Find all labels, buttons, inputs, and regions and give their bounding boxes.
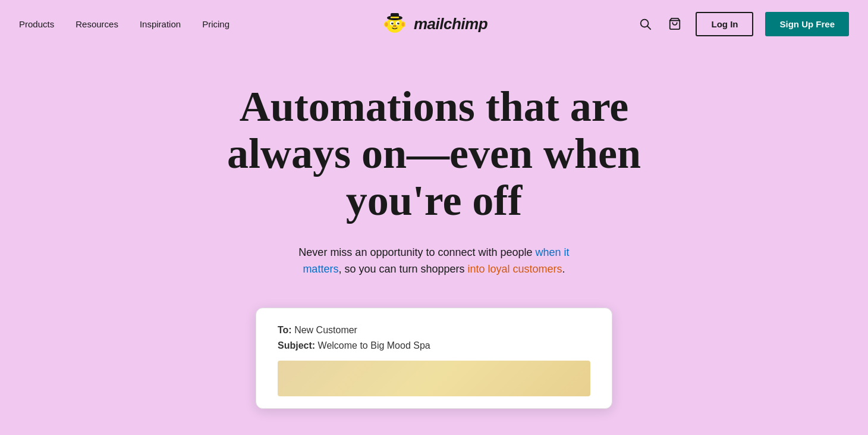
hero-subtitle: Never miss an opportunity to connect wit… (279, 244, 589, 278)
svg-point-12 (394, 26, 394, 26)
hero-subtitle-highlight-orange: into loyal customers (468, 263, 562, 275)
nav-left: Products Resources Inspiration Pricing (19, 19, 229, 29)
nav-right: Log In Sign Up Free (636, 12, 849, 36)
svg-point-13 (395, 26, 395, 26)
search-icon (639, 17, 652, 30)
navbar: Products Resources Inspiration Pricing (0, 0, 868, 48)
email-subject-label: Subject: (278, 340, 315, 350)
mailchimp-logo-icon (380, 10, 409, 38)
svg-point-7 (391, 23, 394, 25)
email-preview-card: To: New Customer Subject: Welcome to Big… (256, 308, 612, 409)
svg-point-9 (392, 23, 393, 23)
cart-icon (668, 17, 681, 30)
cart-button[interactable] (666, 15, 684, 33)
email-body-preview (278, 361, 590, 396)
svg-rect-16 (391, 17, 399, 18)
svg-point-11 (393, 25, 397, 27)
email-to-label: To: (278, 325, 292, 335)
email-to-value: New Customer (294, 325, 357, 335)
email-card-wrapper: To: New Customer Subject: Welcome to Big… (12, 308, 856, 409)
svg-point-8 (397, 23, 400, 25)
logo-text: mailchimp (414, 15, 488, 33)
nav-item-products[interactable]: Products (19, 19, 54, 29)
email-subject-value: Welcome to Big Mood Spa (318, 340, 430, 350)
svg-point-3 (385, 23, 388, 27)
svg-point-10 (398, 23, 399, 23)
svg-line-18 (648, 26, 651, 29)
nav-item-resources[interactable]: Resources (76, 19, 118, 29)
hero-section: Automations that are always on—even when… (0, 48, 868, 433)
email-to-field: To: New Customer (278, 325, 590, 336)
svg-point-4 (401, 23, 404, 27)
search-button[interactable] (636, 15, 654, 33)
login-button[interactable]: Log In (696, 12, 753, 36)
nav-item-inspiration[interactable]: Inspiration (140, 19, 181, 29)
nav-item-pricing[interactable]: Pricing (202, 19, 229, 29)
signup-button[interactable]: Sign Up Free (765, 12, 849, 36)
hero-title: Automations that are always on—even when… (202, 83, 666, 225)
email-subject-field: Subject: Welcome to Big Mood Spa (278, 340, 590, 351)
logo[interactable]: mailchimp (380, 10, 488, 38)
